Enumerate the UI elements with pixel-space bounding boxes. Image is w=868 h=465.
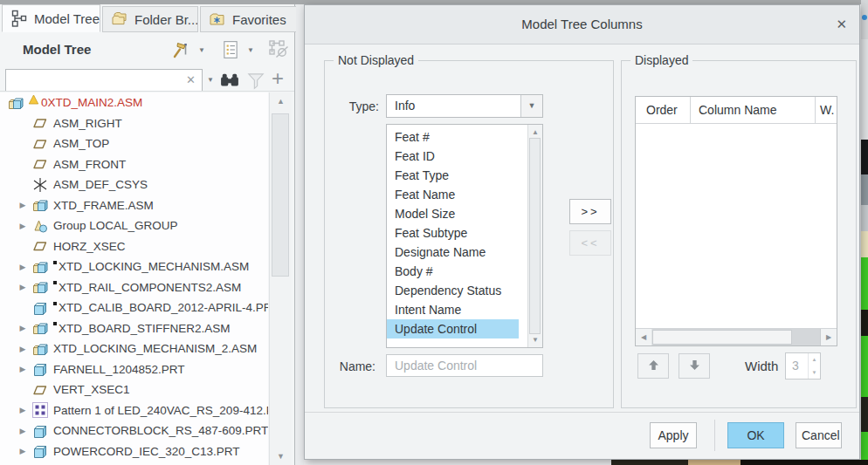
- scroll-thumb[interactable]: [652, 330, 792, 345]
- width-spinner[interactable]: 3 ▲▼: [785, 352, 821, 380]
- tree-item[interactable]: ▶XTD_RAIL_COMPONENTS2.ASM: [0, 277, 268, 298]
- scroll-up-icon[interactable]: ▲: [528, 128, 542, 136]
- list-item[interactable]: Feat ID: [387, 147, 519, 166]
- tree-item[interactable]: 0XTD_MAIN2.ASM: [0, 92, 268, 113]
- expander-icon[interactable]: ▶: [14, 263, 31, 271]
- search-input[interactable]: [10, 72, 179, 91]
- expander-icon[interactable]: ▶: [14, 406, 31, 414]
- spinner-buttons[interactable]: ▲▼: [808, 353, 820, 379]
- list-item[interactable]: Feat #: [387, 127, 519, 147]
- tree-item-label: ASM_FRONT: [53, 158, 126, 171]
- column-divider: [690, 97, 691, 123]
- assembly-icon: [7, 94, 24, 112]
- column-divider: [815, 97, 816, 123]
- table-h-scrollbar[interactable]: ◀ ▶: [636, 328, 837, 345]
- expander-icon[interactable]: ▶: [14, 365, 31, 373]
- expander-icon[interactable]: ▶: [14, 427, 31, 435]
- tree-columns-icon[interactable]: [221, 40, 240, 59]
- creo-window: Model Tree Folder Br... Favorites Model …: [0, 0, 868, 465]
- spin-down-icon[interactable]: ▼: [812, 370, 817, 375]
- expander-icon[interactable]: ▶: [14, 201, 31, 209]
- column-header-name: Column Name: [699, 97, 776, 123]
- part-icon: [31, 360, 49, 378]
- width-label: Width: [745, 359, 778, 373]
- remove-column-button[interactable]: <<: [569, 230, 611, 256]
- tree-item[interactable]: ▶XTD_LOCKING_MECHANISM.ASM: [0, 256, 268, 277]
- find-icon[interactable]: [220, 71, 239, 90]
- move-down-button[interactable]: [679, 353, 710, 379]
- list-item[interactable]: Feat Name: [387, 185, 519, 204]
- tree-item[interactable]: VERT_XSEC1: [0, 380, 268, 400]
- spin-up-icon[interactable]: ▲: [812, 357, 817, 362]
- tree-item[interactable]: ASM_DEF_CSYS: [0, 174, 268, 195]
- expander-icon[interactable]: ▶: [14, 345, 31, 353]
- list-item[interactable]: Feat Subtype: [387, 223, 519, 243]
- tree-item[interactable]: XTD_CALIB_BOARD_2012-APRIL-4.PRT: [0, 297, 268, 318]
- name-field[interactable]: Update Control: [386, 354, 543, 377]
- tree-scrollbar[interactable]: ▲ ▼: [269, 92, 292, 465]
- type-value: Info: [395, 99, 415, 113]
- search-box[interactable]: ✕: [5, 69, 203, 92]
- add-filter-icon[interactable]: +: [272, 66, 284, 91]
- tree-item[interactable]: ASM_TOP: [0, 133, 268, 154]
- scroll-down-icon[interactable]: ▼: [270, 452, 292, 461]
- move-up-button[interactable]: [637, 353, 669, 379]
- tree-item[interactable]: ASM_RIGHT: [0, 113, 268, 134]
- ok-button[interactable]: OK: [727, 422, 784, 448]
- tree-item[interactable]: ▶FARNELL_1204852.PRT: [0, 359, 268, 380]
- scroll-right-icon[interactable]: ▶: [820, 329, 837, 345]
- tree-item-label: XTD_BOARD_STIFFNER2.ASM: [59, 322, 231, 335]
- chevron-down-icon[interactable]: ▼: [520, 95, 542, 117]
- tree-item[interactable]: ▶CONNECTORBLOCK_RS_487-609.PRT: [0, 421, 268, 441]
- tree-item[interactable]: ▶Group LOCAL_GROUP: [0, 215, 268, 236]
- tools-chevron-down-icon[interactable]: ▼: [198, 46, 205, 54]
- list-scrollbar[interactable]: ▲ ▼: [527, 125, 542, 347]
- expander-icon[interactable]: ▶: [14, 222, 31, 230]
- tools-icon[interactable]: [171, 40, 190, 59]
- columns-chevron-down-icon[interactable]: ▼: [247, 46, 254, 54]
- modified-marker: [53, 261, 57, 264]
- add-column-button[interactable]: >>: [569, 199, 611, 224]
- apply-button[interactable]: Apply: [650, 422, 697, 448]
- tree-item[interactable]: HORZ_XSEC: [0, 236, 268, 257]
- tree-item[interactable]: ▶XTD_LOCKING_MECHANISM_2.ASM: [0, 338, 268, 359]
- tree-item[interactable]: ▶XTD_BOARD_STIFFNER2.ASM: [0, 318, 268, 339]
- tree-item-label: ASM_TOP: [53, 137, 109, 150]
- displayed-table[interactable]: Order Column Name W. ◀ ▶: [635, 96, 837, 346]
- tab-favorites[interactable]: Favorites: [200, 6, 300, 32]
- dialog-title-bar[interactable]: Model Tree Columns ✕: [305, 5, 859, 44]
- type-dropdown[interactable]: Info ▼: [386, 94, 543, 118]
- list-item[interactable]: Intent Name: [387, 300, 519, 319]
- scroll-up-icon[interactable]: ▲: [270, 97, 292, 106]
- tree-item[interactable]: ▶Pattern 1 of LED_240VAC_RS_209-412.PRT: [0, 400, 268, 421]
- list-item[interactable]: Model Size: [387, 204, 519, 223]
- clear-search-icon[interactable]: ✕: [186, 73, 196, 86]
- scroll-thumb[interactable]: [272, 113, 289, 277]
- search-chevron-down-icon[interactable]: ▼: [207, 76, 214, 84]
- expander-icon[interactable]: ▶: [14, 324, 31, 332]
- scroll-thumb[interactable]: [529, 138, 541, 334]
- tree-item[interactable]: ▶XTD_FRAME.ASM: [0, 195, 268, 216]
- close-icon[interactable]: ✕: [836, 5, 847, 44]
- list-item[interactable]: Designate Name: [387, 243, 519, 262]
- scroll-down-icon[interactable]: ▼: [528, 336, 542, 344]
- tree-item[interactable]: ASM_FRONT: [0, 154, 268, 175]
- footer-divider: [714, 420, 715, 451]
- modified-marker: [53, 322, 57, 325]
- tree-item[interactable]: ▶POWERCORD_IEC_320_C13.PRT: [0, 441, 268, 462]
- tab-folder-browser[interactable]: Folder Br...: [102, 6, 198, 32]
- tree-item-label: 0XTD_MAIN2.ASM: [41, 96, 142, 109]
- cancel-button[interactable]: Cancel: [796, 422, 842, 448]
- tab-model-tree[interactable]: Model Tree: [2, 4, 100, 32]
- expander-icon[interactable]: ▶: [14, 283, 31, 291]
- expander-icon[interactable]: ▶: [14, 447, 31, 455]
- list-item[interactable]: Body #: [387, 262, 519, 281]
- tree-item-label: XTD_FRAME.ASM: [53, 199, 154, 212]
- assembly-icon: [31, 319, 49, 337]
- list-item[interactable]: Update Control: [387, 319, 519, 338]
- tab-label: Folder Br...: [134, 12, 198, 27]
- scroll-left-icon[interactable]: ◀: [636, 329, 652, 345]
- list-item[interactable]: Feat Type: [387, 166, 519, 185]
- list-item[interactable]: Dependency Status: [387, 281, 519, 300]
- tree-visibility-icon: [267, 39, 290, 58]
